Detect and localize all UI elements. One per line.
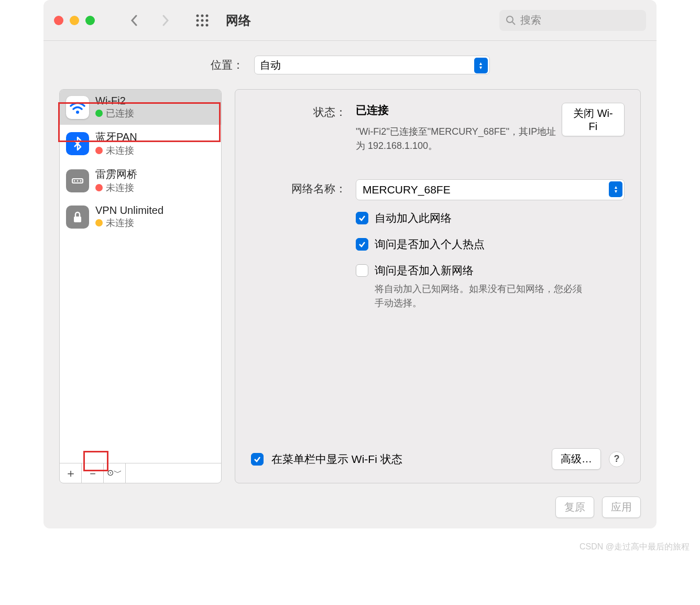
wifi-icon xyxy=(66,96,89,119)
sidebar-item-bluetooth[interactable]: 蓝牙PAN 未连接 xyxy=(60,125,221,162)
svg-point-8 xyxy=(206,24,209,26)
ask-new-help-text: 将自动加入已知网络。如果没有已知网络，您必须手动选择。 xyxy=(375,282,584,310)
network-name-select[interactable]: MERCURY_68FE xyxy=(356,179,625,200)
bluetooth-icon xyxy=(66,132,89,155)
svg-point-0 xyxy=(196,14,199,17)
status-dot-icon xyxy=(95,219,103,226)
svg-point-5 xyxy=(206,19,209,21)
svg-point-6 xyxy=(196,24,199,26)
ask-hotspot-label: 询问是否加入个人热点 xyxy=(375,237,485,252)
check-icon xyxy=(358,240,366,249)
turn-off-wifi-button[interactable]: 关闭 Wi-Fi xyxy=(562,103,625,136)
revert-button[interactable]: 复原 xyxy=(555,496,594,518)
service-status: 已连接 xyxy=(95,107,134,120)
service-name: 蓝牙PAN xyxy=(95,130,137,144)
svg-point-3 xyxy=(196,19,199,21)
plus-icon: ＋ xyxy=(65,466,76,481)
svg-point-2 xyxy=(206,14,209,17)
svg-point-14 xyxy=(80,180,82,181)
search-input[interactable]: 搜索 xyxy=(499,10,646,31)
ellipsis-chevron-icon: ⊙﹀ xyxy=(107,468,122,479)
location-select[interactable]: 自动 xyxy=(254,56,490,74)
svg-point-1 xyxy=(201,14,204,17)
close-window-button[interactable] xyxy=(54,16,63,25)
service-name: 雷雳网桥 xyxy=(95,167,137,181)
svg-point-7 xyxy=(201,24,204,26)
lock-icon xyxy=(66,206,89,229)
service-info: Wi-Fi2 已连接 xyxy=(95,95,134,120)
help-button[interactable]: ? xyxy=(609,451,625,467)
advanced-button[interactable]: 高级… xyxy=(552,448,601,470)
apply-button[interactable]: 应用 xyxy=(602,496,641,518)
svg-point-4 xyxy=(201,19,204,21)
updown-arrows-icon xyxy=(609,181,622,197)
network-name-label: 网络名称： xyxy=(251,179,356,200)
grid-icon xyxy=(195,14,209,27)
ask-new-label: 询问是否加入新网络 xyxy=(375,263,474,278)
minimize-window-button[interactable] xyxy=(70,16,79,25)
sidebar-item-vpn[interactable]: VPN Unlimited 未连接 xyxy=(60,199,221,234)
status-label: 状态： xyxy=(251,103,356,153)
network-name-value: MERCURY_68FE xyxy=(363,183,451,196)
maximize-window-button[interactable] xyxy=(85,16,95,25)
service-name: VPN Unlimited xyxy=(95,204,163,217)
location-row: 位置： 自动 xyxy=(43,41,657,89)
thunderbolt-bridge-icon xyxy=(66,169,89,192)
chevron-right-icon xyxy=(161,14,170,27)
status-description: "Wi-Fi2"已连接至"MERCURY_68FE"，其IP地址为 192.16… xyxy=(356,125,562,153)
location-value: 自动 xyxy=(260,58,281,72)
detail-footer: 在菜单栏中显示 Wi-Fi 状态 高级… ? xyxy=(251,448,625,470)
check-icon xyxy=(253,455,261,463)
service-status: 未连接 xyxy=(95,144,137,157)
svg-point-13 xyxy=(77,180,79,181)
auto-join-checkbox[interactable] xyxy=(356,212,368,224)
service-info: 雷雳网桥 未连接 xyxy=(95,167,137,194)
svg-point-12 xyxy=(74,180,75,181)
status-dot-icon xyxy=(95,110,103,117)
auto-join-label: 自动加入此网络 xyxy=(375,211,452,225)
traffic-lights xyxy=(54,16,95,25)
show-all-button[interactable] xyxy=(194,13,210,28)
status-dot-icon xyxy=(95,147,103,154)
titlebar: 网络 搜索 xyxy=(43,0,657,41)
sidebar-item-wifi[interactable]: Wi-Fi2 已连接 xyxy=(60,90,221,125)
minus-icon: － xyxy=(87,466,99,481)
ask-hotspot-checkbox[interactable] xyxy=(356,238,368,251)
services-list: Wi-Fi2 已连接 蓝牙PAN 未连接 xyxy=(60,90,221,463)
nav-buttons xyxy=(126,13,173,28)
network-preferences-window: 网络 搜索 位置： 自动 Wi-Fi2 已连接 xyxy=(43,0,657,528)
options-row: 自动加入此网络 询问是否加入个人热点 询问是否加入新网络 将自动加入已知网络。如… xyxy=(251,211,625,310)
service-info: VPN Unlimited 未连接 xyxy=(95,204,163,229)
svg-point-10 xyxy=(76,111,79,114)
svg-rect-15 xyxy=(74,217,81,222)
search-icon xyxy=(506,15,516,26)
content-area: Wi-Fi2 已连接 蓝牙PAN 未连接 xyxy=(43,89,657,496)
service-name: Wi-Fi2 xyxy=(95,95,134,107)
sidebar-footer: ＋ － ⊙﹀ xyxy=(60,463,221,483)
back-button[interactable] xyxy=(126,13,142,28)
location-label: 位置： xyxy=(211,58,244,72)
services-sidebar: Wi-Fi2 已连接 蓝牙PAN 未连接 xyxy=(59,89,222,483)
check-icon xyxy=(358,214,366,222)
sidebar-item-thunderbolt[interactable]: 雷雳网桥 未连接 xyxy=(60,162,221,199)
search-placeholder: 搜索 xyxy=(520,13,541,27)
status-dot-icon xyxy=(95,184,103,191)
question-icon: ? xyxy=(614,453,620,464)
ask-hotspot-checkbox-row: 询问是否加入个人热点 xyxy=(356,237,625,252)
chevron-left-icon xyxy=(130,14,138,27)
service-status: 未连接 xyxy=(95,181,137,194)
updown-arrows-icon xyxy=(474,58,488,73)
status-value: 已连接 xyxy=(356,103,562,117)
ask-new-checkbox[interactable] xyxy=(356,264,368,277)
page-title: 网络 xyxy=(226,12,251,29)
add-service-button[interactable]: ＋ xyxy=(60,463,82,483)
forward-button[interactable] xyxy=(158,13,173,28)
service-status: 未连接 xyxy=(95,217,163,229)
ask-new-checkbox-row: 询问是否加入新网络 xyxy=(356,263,625,278)
show-menubar-checkbox[interactable] xyxy=(251,453,264,466)
svg-point-9 xyxy=(507,16,513,23)
remove-service-button[interactable]: － xyxy=(82,463,104,483)
network-name-row: 网络名称： MERCURY_68FE xyxy=(251,179,625,200)
watermark-text: CSDN @走过高中最后的旅程 xyxy=(579,542,690,553)
actions-menu-button[interactable]: ⊙﹀ xyxy=(104,463,126,483)
